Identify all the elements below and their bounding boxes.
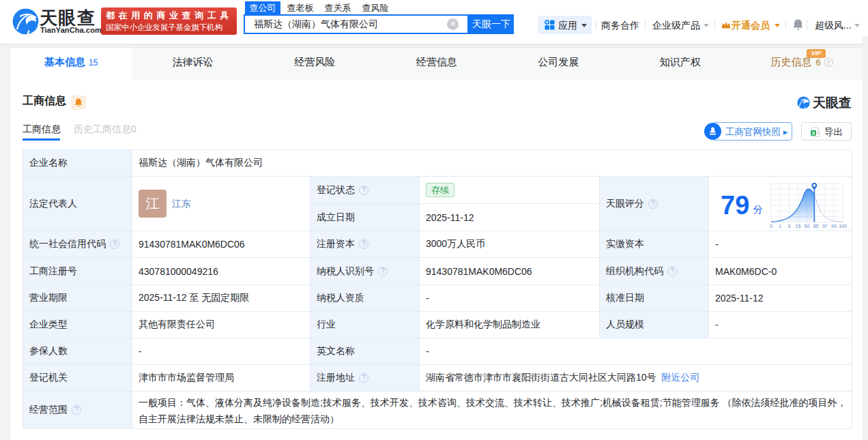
svg-text:0: 0 bbox=[770, 224, 772, 229]
svg-text:85: 85 bbox=[813, 224, 819, 229]
svg-text:50: 50 bbox=[805, 224, 810, 229]
svg-text:1: 1 bbox=[779, 224, 781, 229]
svg-text:15: 15 bbox=[796, 224, 801, 229]
svg-text:100: 100 bbox=[839, 224, 847, 229]
svg-text:X: X bbox=[811, 130, 815, 136]
svg-text:99: 99 bbox=[831, 224, 837, 229]
svg-text:3: 3 bbox=[787, 224, 790, 229]
svg-text:97: 97 bbox=[822, 224, 828, 229]
